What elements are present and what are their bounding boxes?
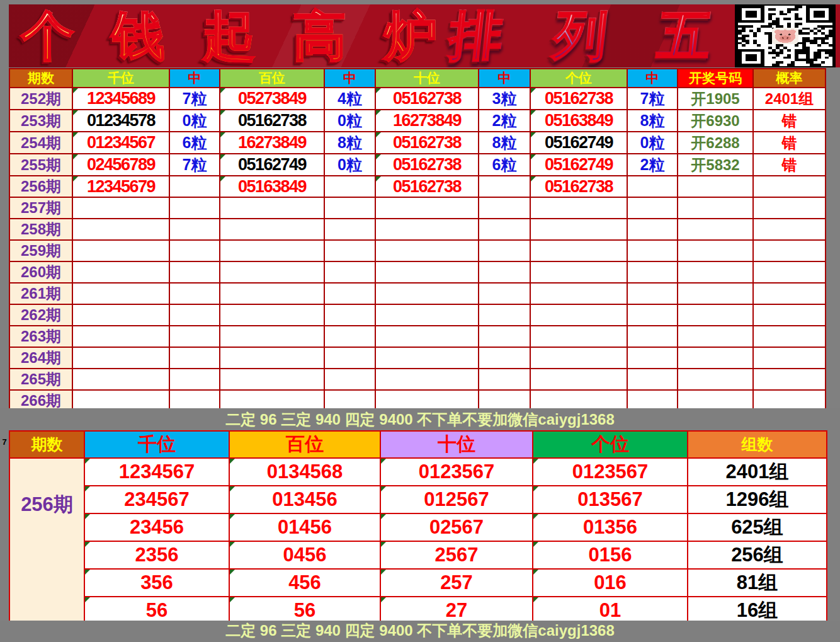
- cell-tens: [375, 261, 479, 283]
- column-header: 十位: [375, 69, 479, 88]
- qr-module: [825, 42, 829, 45]
- qr-module: [795, 13, 798, 16]
- period-cell: 256期: [9, 176, 72, 197]
- qr-module: [825, 57, 829, 59]
- qr-module: [791, 64, 795, 66]
- qr-module: [757, 44, 761, 47]
- cell-probability: [753, 176, 826, 197]
- qr-module: [817, 44, 821, 47]
- qr-module: [802, 37, 806, 40]
- cell-tens: 257: [380, 569, 533, 597]
- qr-module: [764, 32, 768, 35]
- cell-tens: [375, 197, 479, 219]
- qr-module: [768, 47, 772, 49]
- qr-module: [802, 59, 806, 61]
- cell-draw-number: 开6930: [678, 110, 753, 132]
- qr-module: [742, 35, 746, 37]
- qr-module: [802, 32, 806, 35]
- cell-units-hit: 7粒: [627, 88, 678, 110]
- cell-hundreds: [220, 261, 324, 283]
- cell-hundreds-hit: [324, 369, 375, 390]
- qr-module: [814, 52, 817, 54]
- qr-module: [814, 59, 817, 61]
- qr-module: [806, 57, 810, 59]
- column-header: 期数: [9, 431, 84, 458]
- cell-hundreds: 05273849: [220, 88, 324, 110]
- cell-tens: 16273849: [375, 110, 479, 132]
- qr-module: [798, 59, 802, 61]
- cell-tens: [375, 219, 479, 240]
- cell-units-hit: [627, 326, 678, 347]
- column-header: 千位: [84, 431, 229, 458]
- cell-units: [530, 283, 627, 304]
- qr-module: [806, 59, 810, 61]
- cell-tens-hit: [479, 283, 530, 304]
- cell-thousands: [72, 283, 169, 304]
- qr-module: [821, 40, 825, 42]
- qr-module: [780, 44, 783, 47]
- qr-module: [757, 28, 761, 30]
- cell-thousands: [72, 304, 169, 326]
- period-cell: 257期: [9, 197, 72, 219]
- qr-module: [829, 44, 832, 47]
- cell-units-hit: 8粒: [627, 110, 678, 132]
- qr-module: [746, 25, 749, 28]
- cell-tens: 05162738: [375, 154, 479, 176]
- banner-char: 起: [203, 9, 256, 62]
- table-row: 252期123456897粒052738494粒051627383粒051627…: [9, 88, 826, 110]
- table-row: 2345670134560125670135671296组: [9, 486, 827, 513]
- qr-module: [749, 30, 753, 32]
- qr-module: [795, 8, 798, 11]
- qr-module: [806, 37, 810, 40]
- cell-draw-number: [678, 261, 753, 283]
- cell-tens-hit: [479, 326, 530, 347]
- cell-tens-hit: [479, 261, 530, 283]
- column-header: 千位: [72, 69, 169, 88]
- cell-tens-hit: 6粒: [479, 154, 530, 176]
- qr-module: [772, 52, 776, 54]
- cell-hundreds: 0456: [229, 541, 380, 569]
- cell-hundreds: [220, 326, 324, 347]
- table-row: 35645625701681组: [9, 569, 827, 597]
- cell-hundreds-hit: [324, 219, 375, 240]
- cell-probability: [753, 347, 826, 369]
- qr-module: [768, 42, 772, 45]
- qr-module: [776, 64, 780, 66]
- cell-hundreds: [220, 304, 324, 326]
- period-cell: 261期: [9, 283, 72, 304]
- banner-char: 高: [293, 9, 346, 62]
- qr-module: [817, 64, 821, 66]
- qr-module: [802, 52, 806, 54]
- cell-thousands-hit: [169, 283, 220, 304]
- cell-units: 05162749: [530, 154, 627, 176]
- cell-hundreds-hit: [324, 176, 375, 197]
- qr-module: [787, 8, 791, 11]
- cell-units-hit: [627, 240, 678, 261]
- banner-title-right: 排列五: [446, 4, 715, 67]
- qr-module: [780, 25, 783, 28]
- qr-module: [806, 54, 810, 57]
- cell-hundreds-hit: [324, 261, 375, 283]
- period-cell: 256期: [9, 458, 84, 642]
- table-row: 263期: [9, 326, 826, 347]
- qr-module: [780, 11, 783, 13]
- qr-module: [810, 42, 814, 45]
- qr-module: [825, 25, 829, 28]
- qr-module: [821, 37, 825, 40]
- qr-module: [787, 49, 791, 52]
- notice-bar-bottom: 二定 96 三定 940 四定 9400 不下单不要加微信caiygj1368: [0, 621, 840, 642]
- qr-module: [768, 37, 772, 40]
- column-header: 百位: [220, 69, 324, 88]
- cell-hundreds-hit: 0粒: [324, 110, 375, 132]
- reduction-table: 期数千位百位十位个位组数 256期12345670134568012356701…: [9, 430, 827, 642]
- cell-hundreds: [220, 219, 324, 240]
- qr-module: [776, 54, 780, 57]
- qr-module: [742, 28, 746, 30]
- qr-module: [780, 13, 783, 16]
- qr-module: [821, 25, 825, 28]
- cell-units: 0156: [533, 541, 688, 569]
- qr-module: [776, 25, 780, 28]
- cell-thousands: 01234578: [72, 110, 169, 132]
- cell-tens-hit: [479, 240, 530, 261]
- qr-module: [825, 37, 829, 40]
